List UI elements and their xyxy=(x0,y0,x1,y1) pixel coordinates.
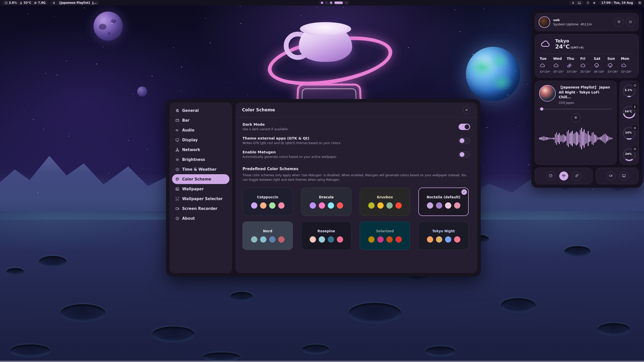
power-button[interactable] xyxy=(626,18,635,27)
scheme-card-rosepine[interactable]: Rosepine xyxy=(301,221,351,250)
color-swatch xyxy=(445,236,451,243)
sidebar-item-time-weather[interactable]: Time & Weather xyxy=(172,164,229,174)
color-swatch xyxy=(319,202,325,209)
sidebar-item-wallpaper[interactable]: Wallpaper xyxy=(172,184,229,194)
gtk-qt-toggle[interactable] xyxy=(459,138,470,144)
wallpaper-button[interactable] xyxy=(619,171,628,180)
workspace-dot-5[interactable] xyxy=(345,2,347,4)
visualizer-bar xyxy=(594,134,595,143)
media-progress-bar[interactable] xyxy=(539,109,612,110)
star xyxy=(147,149,147,150)
sidebar-item-color-scheme[interactable]: Color Scheme xyxy=(172,174,229,184)
scheme-card-dracula[interactable]: Dracula xyxy=(301,188,351,216)
star xyxy=(84,201,84,202)
crater xyxy=(597,323,630,336)
play-pause-button[interactable] xyxy=(571,113,581,123)
crater xyxy=(348,303,401,323)
star xyxy=(240,6,240,7)
star xyxy=(181,67,182,67)
star xyxy=(343,7,344,8)
visualizer-bar xyxy=(552,138,553,139)
dark-mode-toggle[interactable] xyxy=(459,124,470,130)
matugen-toggle[interactable] xyxy=(459,151,470,158)
sidebar-item-bar[interactable]: Bar xyxy=(172,115,229,125)
star xyxy=(341,83,342,83)
scheme-card-solarized[interactable]: Solarized xyxy=(360,221,410,250)
star xyxy=(181,90,181,91)
visualizer-bar xyxy=(547,137,548,140)
color-swatch xyxy=(328,236,334,243)
temperature-gauge: 54°C xyxy=(622,105,636,119)
settings-window: General Bar Audio Display Network Bright… xyxy=(166,99,481,277)
screen-record-button[interactable] xyxy=(606,171,615,180)
star xyxy=(468,77,468,78)
star xyxy=(317,7,317,7)
disk-gauge: 24% xyxy=(622,147,636,162)
top-bar: 3.8% 53°C 7.8G 【Japanese Playlist】 J... xyxy=(0,0,644,6)
sidebar-item-network[interactable]: Network xyxy=(172,145,229,155)
scheme-card-tokyo-night[interactable]: Tokyo Night xyxy=(418,221,469,250)
settings-sidebar: General Bar Audio Display Network Bright… xyxy=(170,103,232,273)
star xyxy=(76,10,77,10)
power-profile-balanced-button[interactable] xyxy=(559,171,568,180)
volume-button[interactable] xyxy=(592,1,597,5)
color-swatch xyxy=(310,236,316,243)
crater xyxy=(425,346,455,356)
visualizer-bar xyxy=(595,135,596,142)
scheme-card-nord[interactable]: Nord xyxy=(243,221,293,250)
star xyxy=(425,15,425,16)
launcher-button[interactable] xyxy=(637,1,642,5)
media-subtitle: Chill Japan. xyxy=(559,101,612,105)
star xyxy=(390,84,390,85)
workspace-dot-1[interactable] xyxy=(321,2,323,4)
color-swatch xyxy=(386,236,393,243)
star xyxy=(25,110,25,111)
settings-button[interactable] xyxy=(614,18,623,27)
sidebar-item-screen-recorder[interactable]: Screen Recorder xyxy=(172,204,229,213)
bluetooth-icon[interactable] xyxy=(572,1,575,5)
scheme-card-gruvbox[interactable]: Gruvbox xyxy=(360,188,410,216)
star xyxy=(112,23,112,24)
visualizer-bar xyxy=(598,137,599,140)
cloud-icon xyxy=(540,39,552,50)
star xyxy=(528,57,529,57)
color-swatch xyxy=(386,202,393,209)
star xyxy=(408,47,409,48)
close-button[interactable]: ✕ xyxy=(463,106,471,114)
sidebar-item-general[interactable]: General xyxy=(172,106,229,115)
progress-knob[interactable] xyxy=(540,107,543,111)
notifications-bell[interactable] xyxy=(586,1,590,5)
speedometer-icon xyxy=(632,83,637,88)
sidebar-item-brightness[interactable]: Brightness xyxy=(172,155,229,164)
sidebar-item-display[interactable]: Display xyxy=(172,135,229,145)
workspace-dot-4[interactable] xyxy=(334,2,343,4)
sidebar-item-audio[interactable]: Audio xyxy=(172,125,229,135)
sidebar-item-wallpaper-selector[interactable]: Wallpaper Selector xyxy=(172,194,229,204)
scheme-card-catppuccin[interactable]: Catppuccin xyxy=(243,188,293,216)
visualizer-bar xyxy=(589,135,590,142)
small-moon xyxy=(137,86,147,97)
weather-temp: 24°C xyxy=(555,43,570,50)
bell-icon xyxy=(586,1,589,4)
star xyxy=(402,32,403,32)
star xyxy=(10,202,10,203)
crater xyxy=(10,344,50,357)
workspace-dot-2[interactable] xyxy=(325,2,328,4)
visualizer-bar xyxy=(611,138,612,139)
workspace-indicator[interactable] xyxy=(318,1,350,5)
topbar-media-pill[interactable]: 【Japanese Playlist】 J... xyxy=(50,1,99,5)
clock-pill[interactable]: 17:09 - Tue, 19 Aug xyxy=(599,1,635,5)
weather-forecast: Tue 33°/24° Wed 35°/25° Thu 33°/26° Fri … xyxy=(540,57,634,73)
scheme-card-noctalia-default[interactable]: ✓ Noctalia (default) xyxy=(418,188,469,216)
sidebar-item-about[interactable]: About xyxy=(172,213,229,223)
power-profile-eco-button[interactable] xyxy=(572,171,581,180)
star xyxy=(528,52,528,52)
color-swatch xyxy=(251,236,257,243)
power-profile-performance-button[interactable] xyxy=(546,171,555,180)
color-swatch xyxy=(454,236,460,243)
workspace-dot-3[interactable] xyxy=(330,2,332,4)
star xyxy=(240,23,241,24)
crater xyxy=(6,268,24,275)
wallpaper-icon[interactable] xyxy=(578,1,581,5)
network-icon xyxy=(175,148,179,152)
